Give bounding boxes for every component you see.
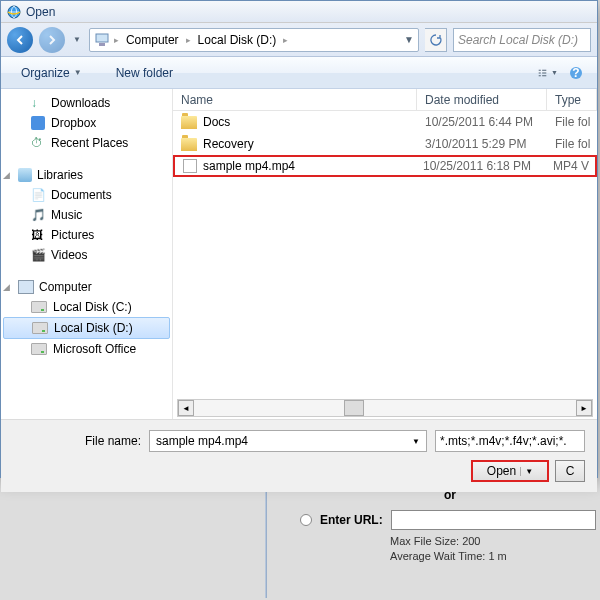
collapse-icon: ◢ xyxy=(3,170,13,180)
drive-icon xyxy=(31,343,47,355)
new-folder-label: New folder xyxy=(116,66,173,80)
svg-rect-1 xyxy=(96,34,108,42)
chevron-down-icon: ▼ xyxy=(551,69,558,76)
chevron-down-icon: ▼ xyxy=(74,68,82,77)
filename-input[interactable]: sample mp4.mp4 ▼ xyxy=(149,430,427,452)
chevron-right-icon: ▸ xyxy=(283,35,288,45)
scroll-left-button[interactable]: ◄ xyxy=(178,400,194,416)
nav-downloads[interactable]: Downloads xyxy=(1,93,172,113)
file-name: sample mp4.mp4 xyxy=(203,159,295,173)
folder-icon xyxy=(181,138,197,151)
file-date: 3/10/2011 5:29 PM xyxy=(417,134,547,154)
chevron-down-icon: ▼ xyxy=(412,437,420,446)
nav-music[interactable]: Music xyxy=(1,205,172,225)
open-label: Open xyxy=(487,464,516,478)
column-name[interactable]: Name xyxy=(173,89,417,110)
cancel-label: C xyxy=(566,464,575,478)
titlebar: Open xyxy=(1,1,597,23)
dropbox-icon xyxy=(31,116,45,130)
organize-button[interactable]: Organize ▼ xyxy=(11,62,92,84)
back-button[interactable] xyxy=(7,27,33,53)
file-type-filter[interactable]: *.mts;*.m4v;*.f4v;*.avi;*. xyxy=(435,430,585,452)
toolbar: Organize ▼ New folder ▼ ? xyxy=(1,57,597,89)
nav-microsoft-office[interactable]: Microsoft Office xyxy=(1,339,172,359)
file-type: File fol xyxy=(547,112,597,132)
scroll-thumb[interactable] xyxy=(344,400,364,416)
dialog-footer: File name: sample mp4.mp4 ▼ *.mts;*.m4v;… xyxy=(1,419,597,492)
file-row[interactable]: sample mp4.mp410/25/2011 6:18 PMMP4 V xyxy=(173,155,597,177)
recent-icon xyxy=(31,136,45,150)
nav-computer[interactable]: ◢Computer xyxy=(1,277,172,297)
computer-icon xyxy=(94,33,110,47)
divider xyxy=(265,478,267,598)
breadcrumb-computer[interactable]: Computer xyxy=(123,31,182,49)
ie-icon xyxy=(7,5,21,19)
cancel-button[interactable]: C xyxy=(555,460,585,482)
drive-icon xyxy=(31,301,47,313)
computer-icon xyxy=(18,280,34,294)
chevron-right-icon: ▸ xyxy=(114,35,119,45)
nav-history-dropdown[interactable]: ▼ xyxy=(71,35,83,44)
file-type: MP4 V xyxy=(545,156,595,176)
open-button[interactable]: Open ▼ xyxy=(471,460,549,482)
nav-local-disk-d[interactable]: Local Disk (D:) xyxy=(3,317,170,339)
nav-pictures[interactable]: Pictures xyxy=(1,225,172,245)
open-file-dialog: Open ▼ ▸ Computer ▸ Local Disk (D:) ▸ ▼ … xyxy=(0,0,598,478)
address-dropdown-icon[interactable]: ▼ xyxy=(404,34,414,45)
scroll-right-button[interactable]: ► xyxy=(576,400,592,416)
nav-local-disk-c[interactable]: Local Disk (C:) xyxy=(1,297,172,317)
help-button[interactable]: ? xyxy=(565,63,587,83)
file-date: 10/25/2011 6:44 PM xyxy=(417,112,547,132)
forward-button[interactable] xyxy=(39,27,65,53)
search-placeholder: Search Local Disk (D:) xyxy=(458,33,578,47)
url-input[interactable] xyxy=(391,510,596,530)
nav-libraries[interactable]: ◢Libraries xyxy=(1,165,172,185)
filename-value: sample mp4.mp4 xyxy=(156,434,248,448)
chevron-right-icon: ▸ xyxy=(186,35,191,45)
drive-icon xyxy=(32,322,48,334)
libraries-icon xyxy=(18,168,32,182)
file-row[interactable]: Docs10/25/2011 6:44 PMFile fol xyxy=(173,111,597,133)
filter-text: *.mts;*.m4v;*.f4v;*.avi;*. xyxy=(440,434,567,448)
horizontal-scrollbar[interactable]: ◄ ► xyxy=(177,399,593,417)
navigation-pane: Downloads Dropbox Recent Places ◢Librari… xyxy=(1,89,173,419)
refresh-button[interactable] xyxy=(425,28,447,52)
filename-label: File name: xyxy=(13,434,141,448)
wait-time-label: Average Wait Time: 1 m xyxy=(390,549,600,564)
videos-icon xyxy=(31,248,45,262)
file-type: File fol xyxy=(547,134,597,154)
documents-icon xyxy=(31,188,45,202)
file-name: Recovery xyxy=(203,137,254,151)
search-input[interactable]: Search Local Disk (D:) xyxy=(453,28,591,52)
file-name: Docs xyxy=(203,115,230,129)
organize-label: Organize xyxy=(21,66,70,80)
folder-icon xyxy=(181,116,197,129)
address-bar[interactable]: ▸ Computer ▸ Local Disk (D:) ▸ ▼ xyxy=(89,28,419,52)
chevron-down-icon: ▼ xyxy=(520,467,533,476)
nav-videos[interactable]: Videos xyxy=(1,245,172,265)
svg-rect-2 xyxy=(99,43,105,46)
navbar: ▼ ▸ Computer ▸ Local Disk (D:) ▸ ▼ Searc… xyxy=(1,23,597,57)
column-date[interactable]: Date modified xyxy=(417,89,547,110)
pictures-icon xyxy=(31,228,45,242)
file-list: Name Date modified Type Docs10/25/2011 6… xyxy=(173,89,597,419)
breadcrumb-localdisk-d[interactable]: Local Disk (D:) xyxy=(195,31,280,49)
music-icon xyxy=(31,208,45,222)
column-type[interactable]: Type xyxy=(547,89,597,110)
enter-url-label: Enter URL: xyxy=(320,513,383,527)
file-icon xyxy=(183,159,197,173)
nav-documents[interactable]: Documents xyxy=(1,185,172,205)
collapse-icon: ◢ xyxy=(3,282,13,292)
view-options-button[interactable]: ▼ xyxy=(537,63,559,83)
file-row[interactable]: Recovery3/10/2011 5:29 PMFile fol xyxy=(173,133,597,155)
download-icon xyxy=(31,96,45,110)
file-date: 10/25/2011 6:18 PM xyxy=(415,156,545,176)
column-headers: Name Date modified Type xyxy=(173,89,597,111)
nav-dropbox[interactable]: Dropbox xyxy=(1,113,172,133)
svg-text:?: ? xyxy=(572,66,579,80)
window-title: Open xyxy=(26,5,55,19)
max-size-label: Max File Size: 200 xyxy=(390,534,600,549)
new-folder-button[interactable]: New folder xyxy=(106,62,183,84)
url-radio[interactable] xyxy=(300,514,312,526)
nav-recent-places[interactable]: Recent Places xyxy=(1,133,172,153)
